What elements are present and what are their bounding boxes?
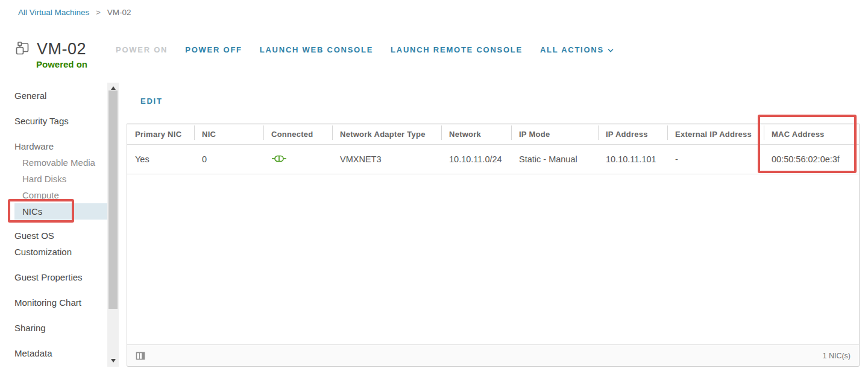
column-header-network-adapter-type[interactable]: Network Adapter Type — [332, 124, 441, 144]
column-header-external-ip-address[interactable]: External IP Address — [667, 124, 764, 144]
column-header-ip-address[interactable]: IP Address — [598, 124, 667, 144]
sidebar-item-guest-properties[interactable]: Guest Properties — [14, 271, 107, 284]
page-title: VM-02 — [37, 40, 86, 59]
sidebar-section-hardware: Hardware — [14, 140, 107, 153]
column-header-primary-nic[interactable]: Primary NIC — [127, 124, 194, 144]
sidebar-scrollbar[interactable] — [107, 83, 119, 367]
edit-button[interactable]: EDIT — [140, 97, 163, 106]
sidebar-item-nics[interactable]: NICs — [14, 203, 107, 220]
action-bar: POWER ON POWER OFF LAUNCH WEB CONSOLE LA… — [116, 45, 614, 54]
cell-network: 10.10.11.0/24 — [441, 145, 511, 174]
cell-external-ip-address: - — [667, 145, 764, 174]
cell-nic: 0 — [194, 145, 263, 174]
sidebar-item-general[interactable]: General — [14, 89, 107, 102]
breadcrumb: All Virtual Machines > VM-02 — [18, 8, 131, 17]
sidebar-item-monitoring-chart[interactable]: Monitoring Chart — [14, 296, 107, 309]
vm-header: VM-02 — [15, 40, 86, 59]
scroll-down-icon[interactable] — [107, 357, 119, 365]
table-header-row: Primary NIC NIC Connected Network Adapte… — [127, 124, 859, 145]
scrollbar-thumb[interactable] — [108, 90, 118, 309]
connected-plug-icon — [271, 154, 287, 165]
cell-primary-nic: Yes — [127, 145, 194, 174]
sidebar-item-guest-os-customization[interactable]: Guest OS Customization — [14, 227, 105, 260]
vm-icon — [15, 42, 30, 59]
column-header-nic[interactable]: NIC — [194, 124, 263, 144]
nics-table: Primary NIC NIC Connected Network Adapte… — [127, 124, 860, 367]
all-actions-label: ALL ACTIONS — [540, 45, 604, 54]
power-status-badge: Powered on — [36, 59, 87, 69]
chevron-down-icon — [608, 45, 614, 54]
sidebar-item-compute[interactable]: Compute — [14, 187, 107, 203]
breadcrumb-current: VM-02 — [107, 8, 131, 17]
sidebar-item-hard-disks[interactable]: Hard Disks — [14, 171, 107, 187]
launch-remote-console-button[interactable]: LAUNCH REMOTE CONSOLE — [391, 45, 523, 54]
sidebar-item-metadata[interactable]: Metadata — [14, 347, 107, 360]
cell-ip-mode: Static - Manual — [511, 145, 598, 174]
breadcrumb-link-all-vms[interactable]: All Virtual Machines — [18, 8, 89, 17]
vm-details-page: All Virtual Machines > VM-02 VM-02 Power… — [0, 0, 868, 374]
cell-connected — [263, 145, 332, 174]
launch-web-console-button[interactable]: LAUNCH WEB CONSOLE — [260, 45, 373, 54]
column-header-mac-address[interactable]: MAC Address — [764, 124, 859, 144]
vm-settings-sidebar: General Security Tags Hardware Removable… — [0, 83, 107, 372]
table-empty-area — [127, 174, 859, 344]
columns-icon[interactable] — [136, 351, 145, 361]
table-row[interactable]: Yes 0 VMXNET3 10.10.11.0/24 Static - Man… — [127, 145, 859, 174]
sidebar-item-security-tags[interactable]: Security Tags — [14, 115, 107, 127]
breadcrumb-separator: > — [96, 8, 101, 17]
cell-ip-address: 10.10.11.101 — [598, 145, 667, 174]
nic-count-label: 1 NIC(s) — [822, 352, 851, 360]
sidebar-item-sharing[interactable]: Sharing — [14, 322, 107, 334]
power-on-button: POWER ON — [116, 45, 168, 54]
table-footer: 1 NIC(s) — [127, 344, 859, 366]
cell-network-adapter-type: VMXNET3 — [332, 145, 441, 174]
column-header-ip-mode[interactable]: IP Mode — [511, 124, 598, 144]
column-header-network[interactable]: Network — [441, 124, 511, 144]
column-header-connected[interactable]: Connected — [263, 124, 332, 144]
sidebar-item-removable-media[interactable]: Removable Media — [14, 154, 107, 171]
cell-mac-address: 00:50:56:02:0e:3f — [764, 145, 859, 174]
all-actions-menu-button[interactable]: ALL ACTIONS — [540, 45, 614, 54]
power-off-button[interactable]: POWER OFF — [185, 45, 242, 54]
